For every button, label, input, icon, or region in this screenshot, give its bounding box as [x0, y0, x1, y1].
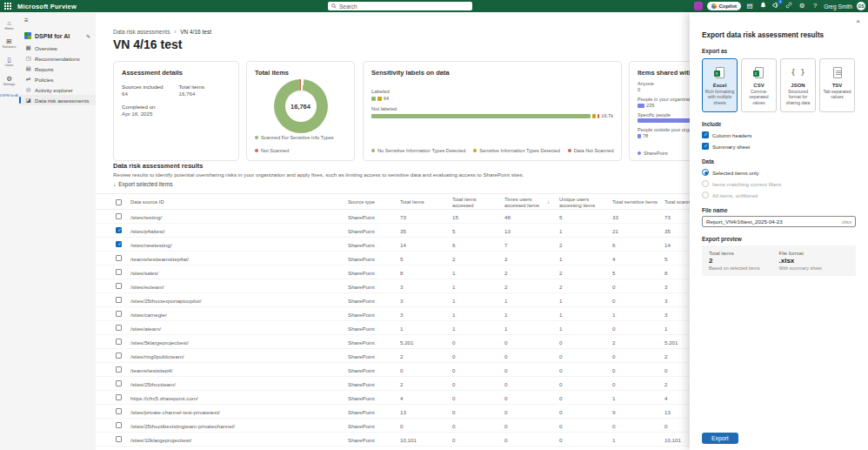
data-source-id[interactable]: /sites/private-channel-test-privatetest/ [130, 405, 220, 419]
row-checkbox[interactable] [116, 241, 122, 247]
row-checkbox[interactable] [116, 213, 122, 219]
results-section-subtitle: Review results to identify potential ove… [113, 171, 687, 178]
notifications-bell-icon[interactable] [758, 2, 767, 11]
export-panel: × Export data risk assessment results Ex… [690, 12, 868, 450]
legend-dot [255, 149, 258, 152]
data-source-id[interactable]: /teams/testteamsitep4ai/ [130, 252, 189, 265]
row-checkbox[interactable] [116, 380, 122, 386]
data-source-id[interactable]: /sites/newtesting/ [130, 238, 171, 252]
breadcrumb-current: VN 4/16 test [180, 29, 211, 35]
radio-items-matching-filters[interactable]: Items matching current filters [702, 180, 856, 187]
row-checkbox[interactable] [116, 283, 122, 289]
data-source-id[interactable]: /sites/25thoctteam/ [130, 377, 176, 391]
data-source-id[interactable]: /sites/testing/ [130, 210, 162, 224]
close-icon[interactable]: × [856, 17, 860, 25]
radio-selected-items-only[interactable]: Selected items only [702, 169, 856, 176]
app-launcher-icon[interactable] [4, 3, 11, 10]
cell-value: 1 [664, 321, 667, 335]
tasks-icon[interactable]: ▤ [745, 2, 754, 10]
data-source-id[interactable]: /sites/ring0publicteam/ [130, 349, 184, 363]
settings-gear-icon[interactable]: ⚙ [798, 2, 806, 10]
data-source-id[interactable]: /sites/p4aitest/ [130, 224, 165, 238]
whats-new-icon[interactable]: 1 [771, 2, 780, 11]
radio-all-items-unfiltered[interactable]: All items, unfiltered [702, 191, 856, 198]
column-header[interactable]: Total sensitive items [612, 194, 658, 211]
row-checkbox[interactable] [116, 436, 122, 442]
export-button[interactable]: Export [702, 433, 738, 444]
radio-button[interactable] [702, 191, 709, 198]
sidebar-item-overview[interactable]: ▦ Overview [18, 43, 96, 53]
data-source-id[interactable]: /sites/10klargeprojecttest/ [130, 433, 191, 447]
radio-button[interactable] [702, 180, 709, 187]
row-checkbox[interactable] [116, 269, 122, 275]
rail-item-home[interactable]: ⌂ Home [0, 20, 18, 30]
sources-included-value: 64 [122, 91, 163, 97]
collapse-nav-icon[interactable]: ≡ [24, 17, 96, 24]
row-checkbox[interactable] [116, 227, 122, 233]
avatar[interactable]: GS [857, 2, 865, 10]
row-checkbox[interactable] [116, 311, 122, 317]
top-bar: Microsoft Purview Search Copilot ▤ 1 ⚙ ?… [0, 0, 868, 12]
data-source-id[interactable]: /teams/testsitep4/ [130, 363, 173, 377]
export-selected-items-button[interactable]: ↓ Export selected items [113, 181, 172, 187]
row-checkbox[interactable] [116, 325, 122, 331]
rail-item-learn[interactable]: ▯ Learn [0, 57, 18, 67]
cell-value: 0 [559, 405, 562, 419]
legend-dot [473, 149, 477, 152]
source-type: SharePoint [348, 252, 375, 265]
rail-item-settings[interactable]: ⚙ Settings [0, 76, 18, 86]
row-checkbox[interactable] [116, 297, 122, 303]
data-source-id[interactable]: /sites/5klargeprojecttest/ [130, 335, 189, 349]
sidebar-item-policies[interactable]: ⇄ Policies [18, 74, 96, 84]
link-icon[interactable] [785, 2, 793, 11]
sidebar-item-data-risk-assessments[interactable]: ◪ Data risk assessments [18, 95, 96, 105]
user-name[interactable]: Greg Smith [824, 3, 852, 10]
row-checkbox[interactable] [116, 255, 122, 261]
row-checkbox[interactable] [116, 339, 122, 345]
format-card-excel[interactable]: Excel Rich formatting with multiple shee… [702, 58, 738, 112]
include-summary-sheet[interactable]: Summary sheet [702, 143, 856, 150]
sidebar-item-reports[interactable]: ▤ Reports [18, 64, 96, 74]
format-card-tsv[interactable]: TSV Tab-separated values [819, 58, 855, 112]
data-source-id[interactable]: /sites/carnegie/ [130, 307, 167, 321]
sidebar-item-activity-explorer[interactable]: ◎ Activity explorer [18, 84, 96, 95]
column-header[interactable]: Unique users accessing items [559, 194, 604, 211]
column-header[interactable]: Data source ID [130, 194, 164, 211]
file-name-input[interactable]: Report_VN4/16test_2025-04-23 .xlsx [702, 216, 856, 227]
search-input[interactable]: Search [328, 2, 472, 10]
sidebar-item-recommendations[interactable]: ◳ Recommendations [18, 53, 96, 64]
format-card-json[interactable]: { } JSON Structured format for sharing d… [780, 58, 816, 112]
purview-app-icon[interactable] [694, 2, 703, 10]
column-header[interactable]: Total items [400, 194, 445, 211]
row-checkbox[interactable] [116, 394, 122, 400]
column-header-sorted[interactable]: Times users accessed items ↓ [504, 194, 550, 211]
row-checkbox[interactable] [116, 422, 122, 428]
edit-pencil-icon[interactable]: ✎ [86, 33, 90, 39]
breadcrumb-chevron-icon: › [174, 29, 176, 35]
checkbox[interactable] [702, 143, 709, 150]
row-checkbox[interactable] [116, 408, 122, 414]
row-checkbox[interactable] [116, 353, 122, 359]
checkbox[interactable] [702, 131, 709, 138]
cell-value: 1 [452, 293, 455, 307]
radio-button[interactable] [702, 169, 709, 176]
data-source-id[interactable]: /sites/25thoctibexistingteam-privatechan… [130, 419, 235, 433]
data-source-id[interactable]: https://cfrc5.sharepoint.com/ [130, 391, 198, 405]
data-source-id[interactable]: /sites/sales/ [130, 265, 158, 279]
column-header[interactable]: Source type [348, 194, 375, 211]
app-rail: ⌂ Home ⊞ Solutions ▯ Learn ⚙ Settings DS… [0, 12, 18, 450]
select-all-checkbox[interactable] [116, 199, 122, 205]
format-card-csv[interactable]: CSV Comma-separated values [741, 58, 777, 112]
column-header[interactable]: Total items accessed [452, 194, 497, 211]
rail-item-dspm-for-ai[interactable]: DSPM for AI [0, 94, 18, 97]
help-icon[interactable]: ? [811, 2, 819, 10]
copilot-button[interactable]: Copilot [707, 2, 741, 10]
breadcrumb-parent-link[interactable]: Data risk assessments [113, 29, 170, 35]
data-source-id[interactable]: /sites/euteam/ [130, 279, 164, 293]
rail-item-solutions[interactable]: ⊞ Solutions [0, 38, 18, 49]
data-source-id[interactable]: /sites/ateam/ [130, 321, 161, 335]
row-checkbox[interactable] [116, 366, 122, 373]
data-source-id[interactable]: /sites/25thoctexportapicopilot/ [130, 293, 202, 307]
cell-value: 4 [612, 252, 615, 265]
include-column-headers[interactable]: Column headers [702, 131, 856, 138]
